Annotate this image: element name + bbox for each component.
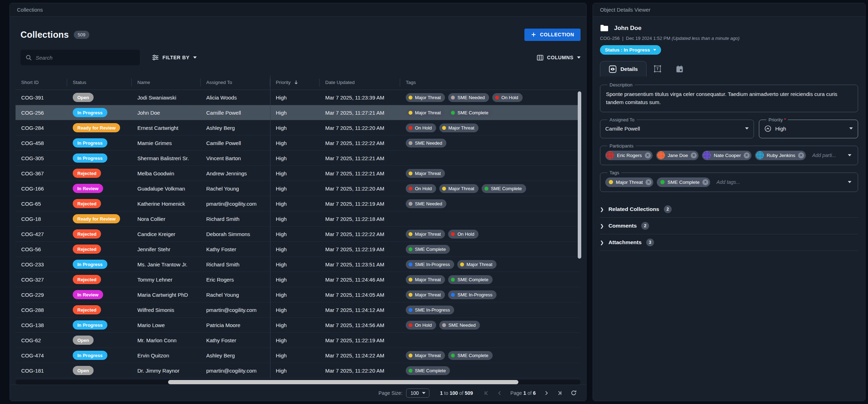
status-badge: In Review [73,184,103,193]
assigned-to-select[interactable]: Assigned To Camille Powell [600,117,754,138]
table-row[interactable]: COG-474In ProgressErvin QuitzonAshley Be… [16,348,581,363]
tag-pill: SME Needed [448,93,489,102]
cell-priority: High [270,166,320,181]
accordion-comments[interactable]: ❯Comments2 [600,218,858,234]
status-badge: Open [73,366,94,375]
table-row[interactable]: COG-256In ProgressJohn DoeCamille Powell… [16,105,581,120]
prev-page-icon[interactable] [497,390,503,396]
table-row[interactable]: COG-427RejectedCandice KreigerDeborah Si… [16,227,581,242]
required-asterisk: * [784,117,786,122]
object-details-body: John Doe COG-256 | Dec 19 2024 1:52 PM (… [593,17,865,401]
column-header-name[interactable]: Name [132,75,201,90]
column-header-short-id[interactable]: Short ID [16,75,67,90]
page-size-group: Page Size: 100 [379,388,429,398]
accordion-related-collections[interactable]: ❯Related Collections2 [600,201,858,218]
cell-priority: High [270,90,320,105]
cell-name: Jodi Swaniawski [132,90,201,105]
tag-chip-label: SME Complete [667,180,700,185]
cell-assigned-to: pmartin@cogility.com [201,363,270,378]
remove-participant-icon[interactable]: × [645,152,651,158]
cell-name: Ms. Janie Trantow Jr. [132,257,201,272]
column-header-date-updated[interactable]: Date Updated [320,75,400,90]
cell-date-updated: Mar 7 2025, 11:22:20 AM [320,363,400,378]
table-row[interactable]: COG-367RejectedMelba GoodwinAndrew Jenni… [16,166,581,181]
add-collection-button[interactable]: COLLECTION [524,29,581,41]
tab-details-label: Details [620,66,638,72]
table-row[interactable]: COG-166In ReviewGuadalupe VolkmanRachel … [16,181,581,196]
column-header-assigned-to[interactable]: Assigned To [201,75,270,90]
table-row[interactable]: COG-181OpenDr. Jimmy Raynorpmartin@cogil… [16,363,581,378]
participant-name: Nate Cooper [714,153,741,158]
cell-short-id: COG-229 [16,287,67,302]
tag-dot [442,323,446,327]
status-badge: In Progress [73,108,107,117]
refresh-icon[interactable] [570,390,577,396]
table-row[interactable]: COG-65RejectedKatherine Homenickpmartin@… [16,196,581,211]
tag-pill: SME Needed [406,199,446,208]
table-row[interactable]: COG-18Ready for ReviewNora CollierRichar… [16,211,581,227]
sort-desc-icon[interactable] [293,80,299,85]
cell-status: Open [67,90,132,105]
column-header-label: Name [137,80,150,85]
table-row[interactable]: COG-56RejectedJennifer StehrKathy Foster… [16,242,581,257]
table-row[interactable]: COG-327RejectedTommy LehnerEric RogersHi… [16,272,581,287]
column-header-priority[interactable]: Priority [270,75,320,90]
table-row[interactable]: COG-305In ProgressSherman Balistreri Sr.… [16,151,581,166]
cell-assigned-to: Ashley Berg [201,120,270,135]
tag-pill: Major Threat [406,290,445,299]
object-details-title: Object Details Viewer [600,7,650,13]
page-size-label: Page Size: [379,390,403,396]
tab-calendar[interactable] [668,61,690,77]
remove-participant-icon[interactable]: × [691,152,697,158]
table-row[interactable]: COG-458In ProgressMamie GrimesCamille Po… [16,135,581,151]
tags-field[interactable]: Tags Major Threat×SME Complete× Add tags… [600,170,858,192]
tag-dot [409,354,412,357]
search-input-wrap[interactable] [20,50,140,65]
table-row[interactable]: COG-284Ready for ReviewErnest Cartwright… [16,120,581,135]
next-page-icon[interactable] [543,390,549,396]
table-row[interactable]: COG-229In ReviewMaria Cartwright PhDRach… [16,287,581,302]
tag-pill: Major Threat [406,230,445,239]
participant-name: Jane Doe [668,153,688,158]
first-page-icon[interactable] [483,390,489,396]
status-badge: In Progress [73,260,107,269]
page-size-select[interactable]: 100 [406,388,429,398]
filter-by-button[interactable]: FILTER BY [152,54,197,61]
vertical-scrollbar-thumb[interactable] [578,91,581,259]
cell-date-updated: Mar 7 2025, 11:22:22 AM [320,227,400,241]
cell-name: Melba Goodwin [132,166,201,181]
remove-tag-icon[interactable]: × [702,179,708,185]
cell-tags: On HoldMajor Threat [400,120,581,135]
table-row[interactable]: COG-391OpenJodi SwaniawskiAlicia WoodsHi… [16,90,581,105]
table-row[interactable]: COG-62OpenMr. Marlon ConnKathy FosterHig… [16,333,581,348]
horizontal-scrollbar-thumb[interactable] [168,380,518,384]
columns-button[interactable]: COLUMNS [537,55,581,61]
search-input[interactable] [36,55,135,61]
tag-pill: On Hold [406,321,436,330]
tag-chip-label: Major Threat [616,180,643,185]
last-page-icon[interactable] [557,390,563,396]
caret-down-icon [193,56,197,59]
table-row[interactable]: COG-233In ProgressMs. Janie Trantow Jr.R… [16,257,581,272]
tab-text-box[interactable] [647,61,668,77]
cell-priority: High [270,151,320,165]
accordion-attachments[interactable]: ❯Attachments3 [600,234,858,251]
tag-dot [409,202,412,206]
tab-details[interactable]: Details [600,61,647,77]
tag-label: SME In-Progress [415,262,450,267]
remove-tag-icon[interactable]: × [646,179,652,185]
priority-select[interactable]: Priority * High [759,117,858,138]
remove-participant-icon[interactable]: × [798,152,804,158]
table-row[interactable]: COG-138In ProgressMario LowePatricia Moo… [16,318,581,333]
vertical-scrollbar[interactable] [577,90,581,378]
participants-field[interactable]: Participants Eric Rogers×Jane Doe×Nate C… [600,143,858,165]
participants-label: Participants [607,143,636,149]
priority-value: High [775,126,786,132]
status-dropdown-pill[interactable]: Status : In Progress [600,45,661,55]
remove-participant-icon[interactable]: × [744,152,750,158]
column-header-tags[interactable]: Tags [400,75,581,90]
horizontal-scrollbar[interactable] [16,380,581,385]
cell-short-id: COG-56 [16,242,67,257]
column-header-status[interactable]: Status [67,75,132,90]
table-row[interactable]: COG-288RejectedWilfred Simonispmartin@co… [16,302,581,318]
